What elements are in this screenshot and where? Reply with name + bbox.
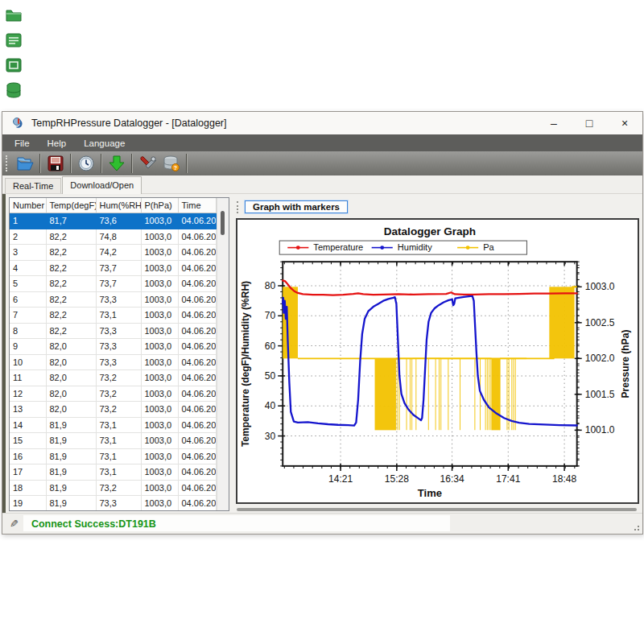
- table-row[interactable]: 982,073,31003,004.06.2023 13...: [10, 339, 217, 355]
- table-row[interactable]: 1781,973,11003,004.06.2023 13...: [10, 464, 217, 481]
- tab-real-time[interactable]: Real-Time: [5, 178, 61, 193]
- table-cell[interactable]: 11: [10, 370, 46, 386]
- table-cell[interactable]: 7: [10, 308, 46, 324]
- table-cell[interactable]: 73,2: [96, 402, 141, 418]
- table-cell[interactable]: 73,3: [96, 339, 141, 355]
- table-cell[interactable]: 73,1: [96, 308, 141, 324]
- open-button[interactable]: [13, 153, 37, 174]
- table-cell[interactable]: 73,1: [96, 448, 141, 464]
- table-cell[interactable]: 1003,0: [141, 417, 178, 433]
- table-row[interactable]: 1082,073,31003,004.06.2023 13...: [10, 354, 217, 370]
- table-cell[interactable]: 12: [10, 386, 46, 402]
- table-cell[interactable]: 17: [10, 464, 46, 481]
- graph-panel-grip[interactable]: [237, 201, 241, 213]
- table-row[interactable]: 882,273,31003,004.06.2023 13...: [10, 323, 217, 339]
- table-cell[interactable]: 73,7: [96, 276, 141, 292]
- table-cell[interactable]: 1003,0: [141, 229, 178, 245]
- table-cell[interactable]: 81,9: [46, 496, 96, 511]
- database-icon[interactable]: [5, 81, 23, 99]
- table-cell[interactable]: 1003,0: [141, 464, 178, 481]
- table-cell[interactable]: 04.06.2023 13...: [178, 354, 217, 370]
- table-row[interactable]: 682,273,31003,004.06.2023 13...: [10, 291, 217, 308]
- table-row[interactable]: 1382,073,21003,004.06.2023 13...: [10, 402, 217, 418]
- table-cell[interactable]: 5: [10, 276, 46, 292]
- table-cell[interactable]: 73,3: [96, 291, 141, 308]
- table-cell[interactable]: 81,9: [46, 448, 96, 464]
- maximize-button[interactable]: □: [572, 112, 607, 134]
- table-row[interactable]: 382,274,21003,004.06.2023 13...: [10, 245, 217, 261]
- table-cell[interactable]: 04.06.2023 13...: [178, 339, 217, 355]
- table-row[interactable]: 282,274,81003,004.06.2023 13...: [10, 229, 217, 245]
- device-info-button[interactable]: ?: [159, 153, 184, 174]
- table-row[interactable]: 1881,973,21003,004.06.2023 13...: [10, 480, 217, 496]
- table-cell[interactable]: 82,2: [46, 260, 96, 276]
- table-cell[interactable]: 81,9: [46, 464, 96, 481]
- table-cell[interactable]: 04.06.2023 13...: [178, 229, 217, 245]
- table-cell[interactable]: 16: [10, 448, 46, 464]
- table-cell[interactable]: 73,6: [96, 213, 141, 229]
- table-cell[interactable]: 15: [10, 433, 46, 449]
- table-cell[interactable]: 1003,0: [141, 448, 178, 464]
- table-cell[interactable]: 81,9: [46, 417, 96, 433]
- window-resize-grip[interactable]: [632, 523, 640, 531]
- table-cell[interactable]: 73,1: [96, 433, 141, 449]
- table-cell[interactable]: 04.06.2023 13...: [178, 308, 217, 324]
- table-cell[interactable]: 6: [10, 291, 46, 308]
- table-scrollbar-thumb[interactable]: [221, 211, 225, 235]
- table-cell[interactable]: 82,2: [46, 323, 96, 339]
- table-cell[interactable]: 82,0: [46, 402, 96, 418]
- column-header[interactable]: Temp(degF): [46, 198, 96, 213]
- table-cell[interactable]: 82,2: [46, 308, 96, 324]
- table-cell[interactable]: 13: [10, 402, 46, 418]
- table-cell[interactable]: 1003,0: [141, 386, 178, 402]
- table-cell[interactable]: 73,1: [96, 417, 141, 433]
- table-row[interactable]: 1282,073,21003,004.06.2023 13...: [10, 386, 217, 402]
- table-cell[interactable]: 73,3: [96, 496, 141, 511]
- table-cell[interactable]: 04.06.2023 13...: [178, 323, 217, 339]
- table-cell[interactable]: 1003,0: [141, 308, 178, 324]
- menu-file[interactable]: File: [6, 138, 39, 148]
- table-cell[interactable]: 82,0: [46, 339, 96, 355]
- table-cell[interactable]: 1003,0: [141, 245, 178, 261]
- column-header[interactable]: Hum(%RH): [96, 198, 141, 213]
- table-cell[interactable]: 04.06.2023 13...: [178, 245, 217, 261]
- table-scrollbar[interactable]: [217, 198, 229, 510]
- table-cell[interactable]: 4: [10, 260, 46, 276]
- table-cell[interactable]: 82,0: [46, 370, 96, 386]
- table-cell[interactable]: 82,2: [46, 291, 96, 308]
- table-cell[interactable]: 1003,0: [141, 480, 178, 496]
- table-cell[interactable]: 1003,0: [141, 260, 178, 276]
- table-row[interactable]: 1581,973,11003,004.06.2023 13...: [10, 433, 217, 449]
- table-cell[interactable]: 1003,0: [141, 370, 178, 386]
- table-cell[interactable]: 73,2: [96, 480, 141, 496]
- folder-icon[interactable]: [5, 6, 23, 24]
- list-icon[interactable]: [5, 31, 23, 49]
- table-cell[interactable]: 04.06.2023 13...: [178, 213, 217, 229]
- table-row[interactable]: 782,273,11003,004.06.2023 13...: [10, 308, 217, 324]
- table-cell[interactable]: 04.06.2023 13...: [178, 260, 217, 276]
- table-cell[interactable]: 1003,0: [141, 213, 178, 229]
- table-cell[interactable]: 74,2: [96, 245, 141, 261]
- table-cell[interactable]: 2: [10, 229, 46, 245]
- table-row[interactable]: 582,273,71003,004.06.2023 13...: [10, 276, 217, 292]
- menu-language[interactable]: Language: [75, 138, 134, 148]
- table-cell[interactable]: 73,3: [96, 323, 141, 339]
- table-cell[interactable]: 73,2: [96, 370, 141, 386]
- table-cell[interactable]: 04.06.2023 13...: [178, 433, 217, 449]
- table-row[interactable]: 482,273,71003,004.06.2023 13...: [10, 260, 217, 276]
- table-cell[interactable]: 3: [10, 245, 46, 261]
- table-cell[interactable]: 73,1: [96, 464, 141, 481]
- table-cell[interactable]: 04.06.2023 13...: [178, 496, 217, 511]
- table-row[interactable]: 1481,973,11003,004.06.2023 13...: [10, 417, 217, 433]
- table-cell[interactable]: 73,2: [96, 386, 141, 402]
- table-cell[interactable]: 74,8: [96, 229, 141, 245]
- table-cell[interactable]: 1003,0: [141, 402, 178, 418]
- table-cell[interactable]: 04.06.2023 13...: [178, 448, 217, 464]
- table-cell[interactable]: 1003,0: [141, 323, 178, 339]
- table-row[interactable]: 1981,973,31003,004.06.2023 13...: [10, 496, 217, 511]
- table-cell[interactable]: 14: [10, 417, 46, 433]
- close-button[interactable]: ×: [607, 112, 642, 134]
- table-cell[interactable]: 81,9: [46, 480, 96, 496]
- history-button[interactable]: [74, 153, 98, 174]
- table-cell[interactable]: 1003,0: [141, 276, 178, 292]
